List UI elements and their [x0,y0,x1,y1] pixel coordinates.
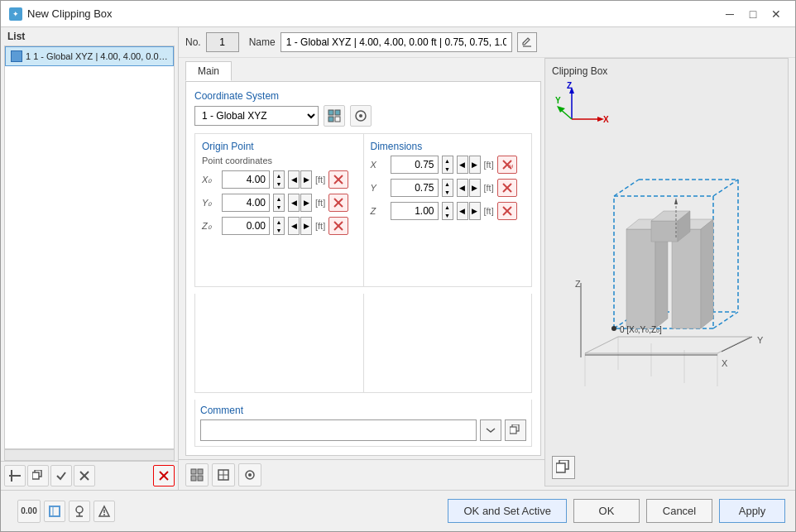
x-dim-next[interactable]: ▶ [469,156,481,174]
x0-input[interactable] [222,170,270,189]
y-dim-prev[interactable]: ◀ [457,179,468,197]
y-dim-spinner[interactable]: ▲ ▼ [442,179,453,197]
footer-icon-btn2[interactable] [44,501,65,522]
name-field-group: Name [249,32,537,52]
y-dim-up[interactable]: ▲ [443,180,453,188]
y0-input[interactable] [222,194,270,212]
z-dim-clear[interactable] [497,202,517,220]
x-dim-input[interactable] [391,156,439,174]
bottom-btn3[interactable] [238,463,261,486]
no-input[interactable] [206,32,239,52]
y0-spinner[interactable]: ▲ ▼ [273,194,285,212]
right-content: No. Name Main [179,27,795,490]
svg-marker-76 [701,219,713,328]
y-dim-clear[interactable] [497,179,517,197]
z0-input[interactable] [222,217,270,235]
x-dim-up[interactable]: ▲ [443,156,453,165]
y0-down[interactable]: ▼ [274,203,284,211]
coord-system-btn1[interactable] [324,105,345,127]
svg-rect-3 [32,472,39,479]
svg-rect-30 [191,469,196,474]
z0-clear[interactable] [328,217,348,235]
x0-down[interactable]: ▼ [274,180,284,188]
z-dim-spinner[interactable]: ▲ ▼ [442,202,453,220]
name-input[interactable] [281,32,512,52]
add-item-button[interactable] [4,465,26,486]
delete-button[interactable] [153,465,175,486]
horizontal-scrollbar[interactable] [4,449,175,461]
z-dim-next[interactable]: ▶ [469,202,481,220]
coord-system-row: 1 - Global XYZ [194,105,532,127]
bottom-btn1[interactable] [185,463,209,486]
svg-rect-71 [626,229,655,328]
comment-copy-btn[interactable] [505,419,526,441]
ok-button[interactable]: OK [573,499,640,523]
y0-row: Y₀ ▲ ▼ ◀ ▶ [202,194,357,212]
z0-next[interactable]: ▶ [300,217,312,235]
minimize-button[interactable]: ─ [719,5,741,23]
y0-next[interactable]: ▶ [300,194,312,212]
z-dim-input[interactable] [391,202,439,220]
y0-up[interactable]: ▲ [274,194,284,203]
cancel-button[interactable]: Cancel [646,499,712,523]
z0-prev[interactable]: ◀ [288,217,300,235]
footer-icon-btn4[interactable] [94,501,115,522]
close-button[interactable]: ✕ [765,5,787,23]
x0-spinner[interactable]: ▲ ▼ [273,170,285,189]
y0-clear[interactable] [328,194,348,212]
copy-item-button[interactable] [27,465,49,486]
ok-set-active-button[interactable]: OK and Set Active [448,499,567,523]
x0-prev[interactable]: ◀ [288,170,300,189]
svg-rect-31 [198,469,203,474]
check-button[interactable] [50,465,72,486]
point-coords-label: Point coordinates [202,156,357,165]
coord-system-select[interactable]: 1 - Global XYZ [194,106,319,126]
x-dim-down[interactable]: ▼ [443,165,453,173]
x0-up[interactable]: ▲ [274,171,284,180]
copy-viz-button[interactable] [552,456,575,479]
bottom-btn2[interactable] [212,463,235,486]
x-dim-clear[interactable]: 24 [497,156,517,174]
y-dim-unit: [ft] [484,183,494,193]
svg-rect-86 [50,506,60,516]
z-dim-arrows: ◀ ▶ [457,202,481,220]
x-dim-spinner[interactable]: ▲ ▼ [442,156,453,174]
list-item-text: 1 1 - Global XYZ | 4.00, 4.00, 0.00 f [26,51,168,61]
name-label: Name [249,36,276,48]
svg-point-80 [611,326,616,331]
comment-expand-btn[interactable] [480,419,501,441]
z0-spinner[interactable]: ▲ ▼ [273,217,285,235]
x0-unit: [ft] [315,175,325,185]
z0-down[interactable]: ▼ [274,226,284,234]
x-dim-prev[interactable]: ◀ [457,156,468,174]
footer-icon-btn1[interactable]: 0.00 [17,500,41,523]
tab-main[interactable]: Main [185,61,232,81]
svg-line-66 [713,312,738,328]
uncheck-button[interactable] [74,465,95,486]
y-dim-down[interactable]: ▼ [443,188,453,196]
list-header: List [1,27,178,46]
y-dim-input[interactable] [391,179,439,197]
svg-text:Z: Z [575,279,581,289]
z0-up[interactable]: ▲ [274,218,284,226]
coord-system-btn2[interactable] [350,105,372,127]
top-fields: No. Name [179,27,795,58]
window-icon: ✦ [9,7,22,21]
y0-prev[interactable]: ◀ [288,194,300,212]
list-item[interactable]: 1 1 - Global XYZ | 4.00, 4.00, 0.00 f [5,46,174,66]
svg-rect-29 [510,427,516,434]
edit-name-button[interactable] [517,32,537,52]
footer-icon-btn3[interactable] [69,501,90,522]
svg-text:X: X [603,115,609,124]
maximize-button[interactable]: □ [742,5,764,23]
z-dim-down[interactable]: ▼ [443,211,453,219]
z-dim-up[interactable]: ▲ [443,203,453,211]
apply-button[interactable]: Apply [719,499,785,523]
x0-clear[interactable] [328,170,348,189]
x0-next[interactable]: ▶ [300,170,312,189]
comment-input[interactable] [200,419,477,441]
z-dim-prev[interactable]: ◀ [457,202,468,220]
svg-point-93 [103,514,105,515]
clipping-box-svg: Z Y X [552,122,775,395]
y-dim-next[interactable]: ▶ [469,179,481,197]
